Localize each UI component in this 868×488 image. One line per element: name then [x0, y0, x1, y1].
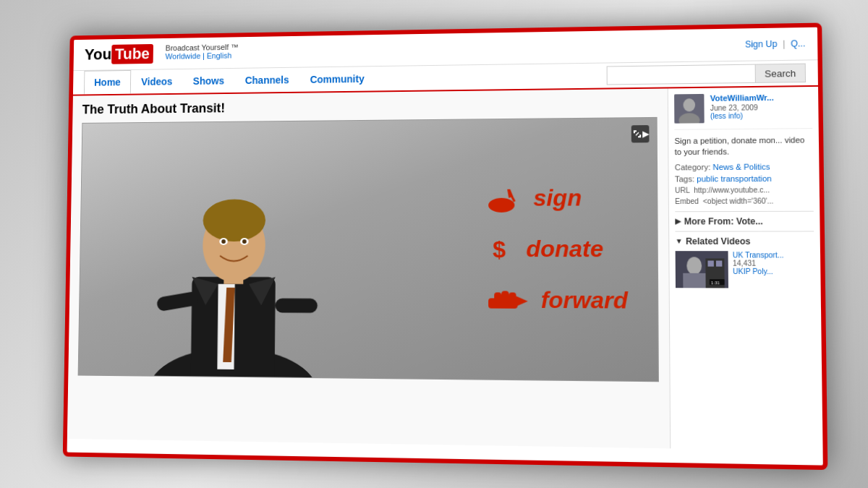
nav-links: Home Videos Shows Channels Community [84, 67, 375, 94]
svg-rect-23 [509, 292, 516, 302]
svg-text:$: $ [493, 236, 506, 262]
category-label: Category: [675, 162, 711, 171]
svg-rect-14 [275, 298, 318, 312]
related-item-info: UK Transport... 14,431 UKIP Poly... [733, 250, 814, 288]
expand-icon [631, 129, 642, 139]
browser-window: You Tube Broadcast Yourself ™ Worldwide … [63, 22, 828, 470]
related-item-views: 14,431 [733, 259, 814, 267]
tags-meta: Tags: public transportation [675, 174, 813, 183]
embed-code: Embed <object width='360'... [675, 196, 814, 205]
sign-text: sign [533, 184, 582, 210]
nav-item-home[interactable]: Home [84, 69, 131, 94]
related-item-title[interactable]: UK Transport... [733, 250, 814, 258]
logo-tube: Tube [111, 43, 153, 64]
svg-marker-18 [507, 189, 513, 197]
related-item: 1:31 UK Transport... 14,431 UKIP Poly... [676, 250, 815, 288]
svg-marker-24 [516, 296, 527, 306]
avatar-image [674, 93, 705, 123]
nav-item-videos[interactable]: Videos [131, 69, 183, 93]
nav-item-community[interactable]: Community [299, 67, 375, 92]
sign-icon [487, 183, 523, 212]
header-pipe: | [783, 38, 785, 48]
related-title: ▼ Related Videos [675, 236, 814, 246]
related-label: Related Videos [686, 236, 751, 246]
youtube-logo[interactable]: You Tube [85, 43, 153, 64]
cta-forward: forward [487, 285, 628, 314]
svg-rect-22 [501, 291, 509, 302]
video-content: The Truth About Transit! [67, 88, 670, 448]
nav-item-channels[interactable]: Channels [234, 67, 299, 92]
search-input[interactable] [606, 64, 755, 85]
svg-rect-31 [683, 273, 705, 288]
svg-rect-16 [490, 199, 512, 210]
category-meta: Category: News & Politics [675, 161, 813, 171]
search-button[interactable]: Search [755, 63, 806, 82]
url-label: URL [675, 186, 689, 194]
person-figure [79, 120, 392, 378]
uploader-details: VoteWilliamWr... June 23, 2009 (less inf… [710, 93, 812, 120]
related-triangle: ▼ [675, 237, 682, 245]
less-info-link[interactable]: (less info) [710, 111, 812, 120]
main-content: The Truth About Transit! [67, 86, 823, 450]
video-description: Sign a petition, donate mon... video to … [674, 134, 812, 158]
svg-rect-34 [716, 260, 722, 266]
cta-overlay: sign $ donate [487, 182, 628, 314]
donate-text: donate [526, 235, 603, 262]
uploader-name[interactable]: VoteWilliamWr... [710, 93, 812, 103]
tagline: Broadcast Yourself ™ Worldwide | English [166, 43, 239, 61]
category-value[interactable]: News & Politics [712, 162, 770, 171]
search-area: Search [606, 63, 806, 85]
uploader-info: VoteWilliamWr... June 23, 2009 (less inf… [674, 93, 812, 130]
related-thumb-inner: 1:31 [676, 250, 728, 287]
tags-value[interactable]: public transportation [697, 174, 772, 183]
embed-label: Embed [675, 197, 699, 205]
logo-you: You [85, 45, 112, 63]
more-from-title: ▶ More From: Vote... [675, 215, 814, 226]
video-title: The Truth About Transit! [82, 95, 658, 117]
more-from-section: ▶ More From: Vote... [675, 210, 814, 226]
screen-border: You Tube Broadcast Yourself ™ Worldwide … [63, 22, 828, 470]
language-link[interactable]: English [207, 51, 232, 59]
sidebar: VoteWilliamWr... June 23, 2009 (less inf… [668, 86, 823, 450]
related-thumb[interactable]: 1:31 [676, 250, 728, 287]
broadcast-text: Broadcast Yourself ™ [166, 43, 239, 52]
video-expand-button[interactable] [631, 125, 650, 142]
more-from-label[interactable]: More From: Vote... [684, 215, 763, 226]
svg-line-25 [635, 132, 638, 135]
embed-value[interactable]: <object width='360'... [703, 197, 774, 205]
cta-sign: sign [487, 182, 627, 212]
nav-item-shows[interactable]: Shows [182, 68, 234, 93]
upload-date: June 23, 2009 [710, 103, 812, 112]
signup-link[interactable]: Sign Up [745, 38, 778, 49]
locale-text: Worldwide | English [166, 51, 239, 60]
forward-icon [487, 285, 531, 314]
video-player[interactable]: sign $ donate [78, 116, 659, 381]
url-value[interactable]: http://www.youtube.c... [694, 185, 770, 194]
more-from-triangle: ▶ [675, 217, 681, 225]
forward-text: forward [541, 286, 628, 314]
svg-point-6 [203, 199, 265, 241]
logo-area: You Tube Broadcast Yourself ™ Worldwide … [85, 43, 239, 64]
cta-donate: $ donate [487, 234, 628, 263]
signup-area: Sign Up | Q... [745, 38, 806, 49]
donate-icon: $ [487, 234, 516, 262]
person-svg [79, 120, 392, 378]
related-item-channel[interactable]: UKIP Poly... [733, 267, 814, 275]
svg-rect-21 [494, 292, 501, 302]
header-other[interactable]: Q... [791, 38, 805, 48]
svg-text:1:31: 1:31 [711, 280, 720, 284]
worldwide-text: Worldwide [166, 51, 201, 60]
tags-label: Tags: [675, 174, 694, 183]
uploader-avatar [674, 93, 705, 123]
related-videos-section: ▼ Related Videos [675, 231, 814, 288]
video-url: URL http://www.youtube.c... [675, 185, 813, 194]
svg-rect-33 [707, 260, 713, 266]
related-thumb-image: 1:31 [676, 250, 728, 287]
